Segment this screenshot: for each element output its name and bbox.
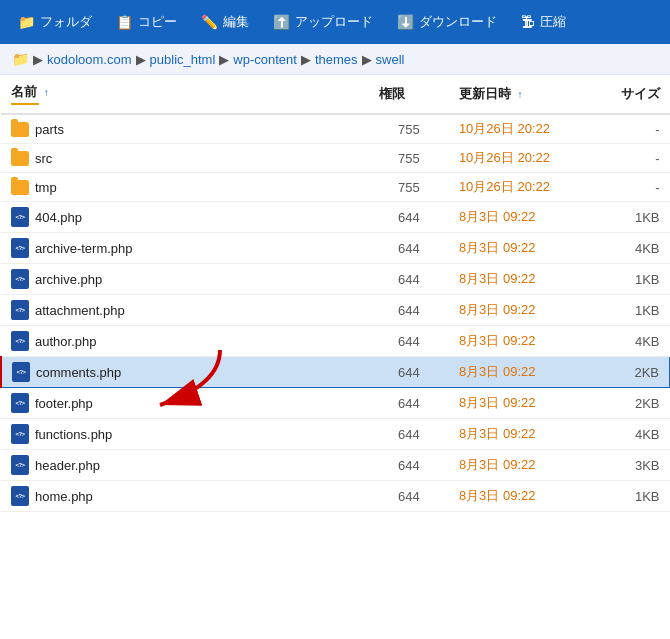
table-row[interactable]: home.php6448月3日 09:221KB (1, 481, 670, 512)
breadcrumb-wp-content[interactable]: wp-content (233, 52, 297, 67)
file-name: home.php (35, 489, 93, 504)
edit-button[interactable]: ✏️ 編集 (191, 7, 259, 37)
file-name: src (35, 151, 52, 166)
breadcrumb: 📁 ▶ kodoloom.com ▶ public_html ▶ wp-cont… (0, 44, 670, 75)
file-name: header.php (35, 458, 100, 473)
file-name: archive-term.php (35, 241, 133, 256)
php-file-icon (11, 486, 29, 506)
breadcrumb-public-html[interactable]: public_html (150, 52, 216, 67)
file-name: tmp (35, 180, 57, 195)
col-header-date[interactable]: 更新日時 ↑ (449, 75, 596, 114)
folder-icon (11, 151, 29, 166)
php-file-icon (12, 362, 30, 382)
file-size: 1KB (596, 295, 670, 326)
compress-label: 圧縮 (540, 13, 566, 31)
compress-icon: 🗜 (521, 14, 535, 30)
breadcrumb-kodoloom[interactable]: kodoloom.com (47, 52, 132, 67)
file-size: 1KB (596, 481, 670, 512)
file-perm: 644 (369, 202, 449, 233)
sort-asc-icon: ↑ (44, 87, 49, 98)
php-file-icon (11, 424, 29, 444)
file-date: 8月3日 09:22 (449, 233, 596, 264)
file-date: 10月26日 20:22 (449, 114, 596, 144)
table-row[interactable]: parts75510月26日 20:22- (1, 114, 670, 144)
file-perm: 755 (369, 114, 449, 144)
file-size: 1KB (596, 264, 670, 295)
table-header-row: 名前 ↑ 権限 更新日時 ↑ サイズ (1, 75, 670, 114)
table-row[interactable]: src75510月26日 20:22- (1, 144, 670, 173)
php-file-icon (11, 393, 29, 413)
file-date: 10月26日 20:22 (449, 173, 596, 202)
table-row[interactable]: tmp75510月26日 20:22- (1, 173, 670, 202)
file-date: 8月3日 09:22 (449, 450, 596, 481)
table-row[interactable]: comments.php6448月3日 09:222KB (1, 357, 670, 388)
breadcrumb-themes[interactable]: themes (315, 52, 358, 67)
file-perm: 644 (369, 233, 449, 264)
pencil-icon: ✏️ (201, 14, 218, 30)
file-name: attachment.php (35, 303, 125, 318)
file-size: 4KB (596, 419, 670, 450)
file-size: 3KB (596, 450, 670, 481)
file-name: footer.php (35, 396, 93, 411)
table-row[interactable]: functions.php6448月3日 09:224KB (1, 419, 670, 450)
breadcrumb-sep-2: ▶ (219, 52, 229, 67)
file-perm: 644 (369, 326, 449, 357)
table-row[interactable]: archive.php6448月3日 09:221KB (1, 264, 670, 295)
file-size: 1KB (596, 202, 670, 233)
upload-icon: ⬆️ (273, 14, 290, 30)
upload-label: アップロード (295, 13, 373, 31)
file-perm: 644 (369, 419, 449, 450)
file-date: 8月3日 09:22 (449, 264, 596, 295)
col-header-name[interactable]: 名前 ↑ (1, 75, 369, 114)
table-row[interactable]: archive-term.php6448月3日 09:224KB (1, 233, 670, 264)
file-date: 8月3日 09:22 (449, 481, 596, 512)
table-row[interactable]: 404.php6448月3日 09:221KB (1, 202, 670, 233)
php-file-icon (11, 269, 29, 289)
table-row[interactable]: footer.php6448月3日 09:222KB (1, 388, 670, 419)
php-file-icon (11, 300, 29, 320)
file-name: author.php (35, 334, 96, 349)
breadcrumb-sep: ▶ (33, 52, 43, 67)
file-size: - (596, 173, 670, 202)
file-date: 8月3日 09:22 (449, 295, 596, 326)
breadcrumb-folder-icon: 📁 (12, 51, 29, 67)
edit-label: 編集 (223, 13, 249, 31)
copy-icon: 📋 (116, 14, 133, 30)
toolbar: 📁 フォルダ 📋 コピー ✏️ 編集 ⬆️ アップロード ⬇️ ダウンロード 🗜… (0, 0, 670, 44)
file-date: 8月3日 09:22 (449, 202, 596, 233)
breadcrumb-sep-4: ▶ (362, 52, 372, 67)
file-size: 4KB (596, 233, 670, 264)
file-size: 4KB (596, 326, 670, 357)
breadcrumb-sep-3: ▶ (301, 52, 311, 67)
folder-icon (11, 122, 29, 137)
php-file-icon (11, 455, 29, 475)
table-row[interactable]: author.php6448月3日 09:224KB (1, 326, 670, 357)
folder-button[interactable]: 📁 フォルダ (8, 7, 102, 37)
download-button[interactable]: ⬇️ ダウンロード (387, 7, 507, 37)
download-label: ダウンロード (419, 13, 497, 31)
folder-icon: 📁 (18, 14, 35, 30)
download-icon: ⬇️ (397, 14, 414, 30)
file-perm: 644 (369, 450, 449, 481)
folder-icon (11, 180, 29, 195)
compress-button[interactable]: 🗜 圧縮 (511, 7, 576, 37)
php-file-icon (11, 207, 29, 227)
file-size: 2KB (596, 357, 670, 388)
folder-label: フォルダ (40, 13, 92, 31)
breadcrumb-swell[interactable]: swell (376, 52, 405, 67)
file-name: 404.php (35, 210, 82, 225)
file-name: functions.php (35, 427, 112, 442)
file-date: 8月3日 09:22 (449, 388, 596, 419)
col-header-size[interactable]: サイズ (596, 75, 670, 114)
table-row[interactable]: header.php6448月3日 09:223KB (1, 450, 670, 481)
file-name: comments.php (36, 365, 121, 380)
copy-button[interactable]: 📋 コピー (106, 7, 187, 37)
file-table: 名前 ↑ 権限 更新日時 ↑ サイズ parts75510月26日 20:22-… (0, 75, 670, 512)
file-perm: 644 (369, 481, 449, 512)
file-size: - (596, 144, 670, 173)
file-date: 8月3日 09:22 (449, 326, 596, 357)
file-perm: 644 (369, 388, 449, 419)
upload-button[interactable]: ⬆️ アップロード (263, 7, 383, 37)
col-header-perm[interactable]: 権限 (369, 75, 449, 114)
table-row[interactable]: attachment.php6448月3日 09:221KB (1, 295, 670, 326)
